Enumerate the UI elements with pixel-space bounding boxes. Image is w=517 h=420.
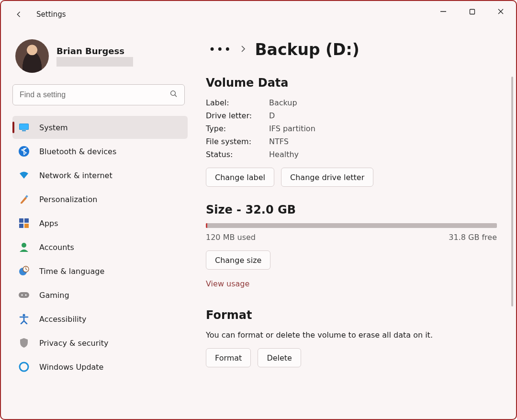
size-progress-bar xyxy=(206,223,497,228)
sidebar-item-label: Network & internet xyxy=(39,171,112,180)
format-button[interactable]: Format xyxy=(206,348,251,367)
sidebar-item-label: Accessibility xyxy=(39,315,86,324)
sidebar-item-personalization[interactable]: Personalization xyxy=(12,188,188,211)
svg-point-21 xyxy=(25,294,26,295)
sidebar-item-gaming[interactable]: Gaming xyxy=(12,284,188,306)
sidebar-item-label: Apps xyxy=(39,219,58,228)
user-card[interactable]: Brian Burgess xyxy=(15,39,188,73)
sidebar-item-privacy[interactable]: Privacy & security xyxy=(12,331,188,354)
sidebar-item-accessibility[interactable]: Accessibility xyxy=(12,307,188,330)
sidebar-item-accounts[interactable]: Accounts xyxy=(12,236,188,259)
back-button[interactable] xyxy=(14,10,24,19)
size-heading: Size - 32.0 GB xyxy=(206,203,497,216)
change-label-button[interactable]: Change label xyxy=(206,168,274,187)
sidebar-item-apps[interactable]: Apps xyxy=(12,212,188,235)
apps-icon xyxy=(18,217,30,229)
sidebar-item-label: Time & language xyxy=(39,267,104,276)
sidebar-item-label: Gaming xyxy=(39,291,69,300)
maximize-button[interactable] xyxy=(458,1,486,22)
window-controls xyxy=(429,1,515,22)
svg-rect-13 xyxy=(19,224,23,228)
minimize-button[interactable] xyxy=(429,1,458,22)
sidebar-item-label: Privacy & security xyxy=(39,339,108,348)
sidebar: Brian Burgess System Bluetooth & devices… xyxy=(1,28,192,419)
format-heading: Format xyxy=(206,308,497,322)
change-drive-letter-button[interactable]: Change drive letter xyxy=(281,168,373,187)
status-key: Status: xyxy=(206,150,269,159)
accessibility-icon xyxy=(18,313,30,325)
fs-value: NTFS xyxy=(269,137,497,146)
sidebar-item-network[interactable]: Network & internet xyxy=(12,164,188,187)
svg-rect-12 xyxy=(24,218,29,223)
label-key: Label: xyxy=(206,98,269,107)
clock-globe-icon xyxy=(18,265,30,277)
svg-line-5 xyxy=(175,95,177,97)
svg-rect-19 xyxy=(19,292,29,298)
search-input[interactable] xyxy=(12,84,185,105)
svg-point-4 xyxy=(171,91,176,96)
bluetooth-icon xyxy=(18,146,30,157)
drive-letter-value: D xyxy=(269,111,497,120)
svg-rect-7 xyxy=(20,124,28,129)
chevron-right-icon xyxy=(240,45,246,55)
type-value: IFS partition xyxy=(269,124,497,133)
sidebar-item-windows-update[interactable]: Windows Update xyxy=(12,355,188,378)
user-email-redacted xyxy=(56,57,133,67)
fs-key: File system: xyxy=(206,137,269,146)
sidebar-item-label: Bluetooth & devices xyxy=(39,147,116,156)
sidebar-item-label: Windows Update xyxy=(39,363,103,372)
svg-rect-11 xyxy=(19,218,23,223)
main-content: ••• Backup (D:) Volume Data Label: Backu… xyxy=(192,28,516,419)
volume-heading: Volume Data xyxy=(206,76,497,90)
delete-button[interactable]: Delete xyxy=(258,348,301,367)
change-size-button[interactable]: Change size xyxy=(206,250,270,270)
user-name: Brian Burgess xyxy=(56,46,133,56)
sidebar-item-bluetooth[interactable]: Bluetooth & devices xyxy=(12,140,188,163)
person-icon xyxy=(18,241,30,253)
close-button[interactable] xyxy=(486,1,515,22)
type-key: Type: xyxy=(206,124,269,133)
avatar xyxy=(15,39,49,73)
label-value: Backup xyxy=(269,98,497,107)
svg-point-22 xyxy=(22,314,25,316)
size-used: 120 MB used xyxy=(206,233,256,242)
svg-rect-14 xyxy=(24,224,29,228)
sidebar-item-label: Personalization xyxy=(39,195,97,204)
search-icon xyxy=(169,90,178,100)
svg-point-20 xyxy=(21,294,22,295)
sidebar-item-label: System xyxy=(39,123,68,132)
sidebar-item-label: Accounts xyxy=(39,243,74,252)
format-description: You can format or delete the volume to e… xyxy=(206,330,497,340)
monitor-icon xyxy=(18,122,30,133)
wifi-icon xyxy=(18,170,30,181)
brush-icon xyxy=(18,193,30,205)
breadcrumb-ellipsis[interactable]: ••• xyxy=(209,44,232,56)
sidebar-item-time-language[interactable]: Time & language xyxy=(12,260,188,283)
view-usage-link[interactable]: View usage xyxy=(206,279,249,288)
page-title: Backup (D:) xyxy=(255,40,359,59)
nav-list: System Bluetooth & devices Network & int… xyxy=(12,116,188,378)
status-value: Healthy xyxy=(269,150,497,159)
sidebar-item-system[interactable]: System xyxy=(12,116,188,139)
gamepad-icon xyxy=(18,289,30,301)
svg-rect-8 xyxy=(22,130,26,131)
svg-point-15 xyxy=(22,243,26,248)
drive-letter-key: Drive letter: xyxy=(206,111,269,120)
breadcrumb: ••• Backup (D:) xyxy=(209,40,497,59)
size-free: 31.8 GB free xyxy=(449,233,497,242)
app-title: Settings xyxy=(36,10,66,19)
size-progress-fill xyxy=(206,223,207,228)
shield-icon xyxy=(18,337,30,349)
volume-info-table: Label: Backup Drive letter: D Type: IFS … xyxy=(206,98,497,159)
svg-rect-1 xyxy=(470,9,474,14)
update-icon xyxy=(18,361,30,373)
